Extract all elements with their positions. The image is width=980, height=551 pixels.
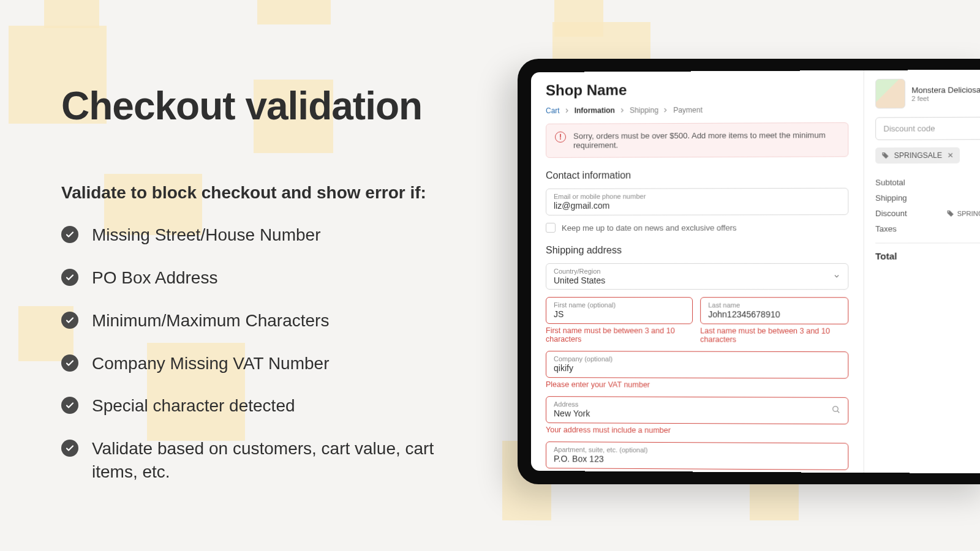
first-name-label: First name (optional) <box>554 301 685 309</box>
list-item-text: Minimum/Maximum Characters <box>92 309 329 332</box>
breadcrumb-payment[interactable]: Payment <box>673 106 703 114</box>
shipping-heading: Shipping address <box>546 245 848 256</box>
list-item-text: Special character detected <box>92 394 295 418</box>
check-icon <box>61 397 78 414</box>
chevron-right-icon <box>620 106 625 114</box>
discount-code-input[interactable]: Discount code <box>875 117 980 140</box>
error-banner: ! Sorry, orders must be over $500. Add m… <box>546 122 848 158</box>
error-banner-text: Sorry, orders must be over $500. Add mor… <box>573 130 839 150</box>
svg-point-1 <box>883 153 884 154</box>
contact-heading: Contact information <box>546 170 848 181</box>
company-input[interactable] <box>554 363 840 373</box>
discount-row: Discount SPRINGSALE <box>875 206 980 222</box>
list-item-text: Company Missing VAT Number <box>92 352 329 375</box>
page-title: Checkout validation <box>61 86 441 127</box>
alert-icon: ! <box>555 132 566 143</box>
email-label: Email or mobile phone number <box>554 192 840 200</box>
company-label: Company (optional) <box>554 355 840 363</box>
breadcrumb: Cart Information Shipping Payment <box>546 105 848 115</box>
email-input[interactable] <box>554 200 840 211</box>
newsletter-label: Keep me up to date on news and exclusive… <box>562 223 737 232</box>
page-subtitle: Validate to block checkout and show erro… <box>61 183 441 203</box>
address-input[interactable] <box>554 408 840 419</box>
check-icon <box>61 312 78 329</box>
chevron-right-icon <box>565 107 570 115</box>
applied-discount-tag: SPRINGSALE ✕ <box>875 148 960 164</box>
shop-name: Shop Name <box>546 80 848 99</box>
list-item: Special character detected <box>61 394 441 418</box>
email-field[interactable]: Email or mobile phone number <box>546 188 848 216</box>
tag-icon <box>946 209 954 217</box>
chevron-right-icon <box>663 106 668 114</box>
country-value: United States <box>554 276 840 285</box>
check-icon <box>61 440 78 457</box>
country-select[interactable]: Country/Region United States <box>546 263 848 290</box>
checkout-screen: Shop Name Cart Information Shipping Paym… <box>531 70 980 474</box>
discount-row-tag: SPRINGSALE <box>946 209 980 217</box>
list-item: Missing Street/House Number <box>61 223 441 247</box>
newsletter-checkbox[interactable] <box>546 223 556 233</box>
apartment-error: We do not ship to PO boxes <box>546 471 848 473</box>
chevron-down-icon <box>833 271 840 282</box>
svg-point-2 <box>948 211 949 212</box>
breadcrumb-shipping[interactable]: Shipping <box>630 106 658 114</box>
apartment-label: Apartment, suite, etc. (optional) <box>554 446 840 454</box>
address-field[interactable]: Address <box>546 396 848 424</box>
list-item-text: Missing Street/House Number <box>92 223 320 247</box>
company-error: Please enter your VAT number <box>546 380 848 390</box>
list-item-text: PO Box Address <box>92 266 217 290</box>
list-item: PO Box Address <box>61 266 441 290</box>
check-icon <box>61 226 78 243</box>
subtotal-row: Subtotal <box>875 174 980 190</box>
company-field[interactable]: Company (optional) <box>546 351 848 379</box>
total-row: Total <box>875 242 980 264</box>
address-label: Address <box>554 400 840 409</box>
breadcrumb-information[interactable]: Information <box>575 106 615 114</box>
deco-square <box>257 0 331 24</box>
apartment-input[interactable] <box>554 454 840 465</box>
product-thumbnail <box>875 79 905 109</box>
tag-icon <box>881 152 889 159</box>
svg-point-0 <box>833 407 839 412</box>
list-item: Minimum/Maximum Characters <box>61 309 441 332</box>
last-name-label: Last name <box>708 301 840 309</box>
deco-square <box>44 0 99 28</box>
device-frame: Shop Name Cart Information Shipping Paym… <box>518 59 980 484</box>
country-label: Country/Region <box>554 268 840 275</box>
list-item: Company Missing VAT Number <box>61 352 441 375</box>
breadcrumb-cart[interactable]: Cart <box>546 107 560 115</box>
shipping-row: Shipping <box>875 190 980 206</box>
product-variant: 2 feet <box>911 94 980 102</box>
first-name-field[interactable]: First name (optional) <box>546 297 693 324</box>
first-name-input[interactable] <box>554 309 685 319</box>
list-item-text: Validate based on customers, cart value,… <box>92 437 441 484</box>
remove-discount-button[interactable]: ✕ <box>947 151 953 160</box>
taxes-row: Taxes <box>875 221 980 237</box>
first-name-error: First name must be between 3 and 10 char… <box>546 326 693 344</box>
apartment-field[interactable]: Apartment, suite, etc. (optional) <box>546 441 848 470</box>
last-name-error: Last name must be between 3 and 10 chara… <box>700 326 848 344</box>
search-icon <box>832 405 840 416</box>
applied-discount-code: SPRINGSALE <box>894 151 942 160</box>
feature-list: Missing Street/House Number PO Box Addre… <box>61 223 441 484</box>
product-name: Monstera Deliciosa <box>911 85 980 95</box>
list-item: Validate based on customers, cart value,… <box>61 437 441 484</box>
last-name-input[interactable] <box>708 309 840 319</box>
last-name-field[interactable]: Last name <box>700 297 848 324</box>
address-error: Your address must include a number <box>546 425 848 435</box>
check-icon <box>61 354 78 372</box>
product-row: Monstera Deliciosa 2 feet <box>875 78 980 109</box>
check-icon <box>61 269 78 286</box>
